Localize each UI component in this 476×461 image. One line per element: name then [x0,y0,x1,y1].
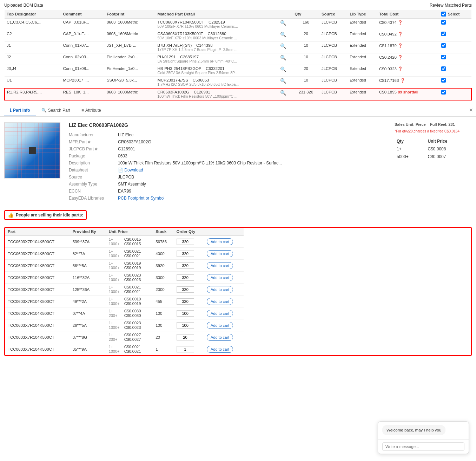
idle-stock: 3920 [153,260,173,272]
idle-add-to-cart[interactable]: Add to cart [204,236,244,248]
order-qty-input[interactable] [177,262,194,269]
idle-add-to-cart[interactable]: Add to cart [204,331,244,343]
add-to-cart-button[interactable]: Add to cart [207,298,233,305]
add-to-cart-button[interactable]: Add to cart [207,250,233,257]
tab-attribute[interactable]: ≡ Attribute [76,105,107,116]
col-source: Source [319,10,348,19]
row-checkbox[interactable] [441,90,446,95]
search-icon-cell[interactable]: 🔍 [278,88,293,100]
cell-qty: 160 [292,19,319,30]
order-qty-input[interactable] [177,239,194,245]
idle-provider: 37***8G [70,331,106,343]
idle-order-qty[interactable] [174,284,204,296]
add-to-cart-button[interactable]: Add to cart [207,238,233,245]
idle-order-qty[interactable] [174,331,204,343]
download-link[interactable]: 📄 Download [118,168,143,173]
idle-order-qty[interactable] [174,296,204,307]
cell-select[interactable] [439,88,471,100]
idle-part-name: TCC0603X7R104K500CT [5,343,70,355]
idle-provider: 125**36A [70,284,106,296]
order-qty-input[interactable] [177,346,194,352]
table-row: U1 MCP23017_... SSOP-28_5.3x... MCP23017… [5,77,471,89]
order-qty-input[interactable] [177,310,194,317]
search-icon-cell[interactable]: 🔍 [278,19,293,30]
cell-select[interactable] [439,42,471,53]
close-button[interactable]: ✕ [469,107,473,113]
row-checkbox[interactable] [441,66,446,71]
price-tier-val: C$0.0021 [124,249,141,253]
row-checkbox[interactable] [441,20,446,25]
search-icon-cell[interactable]: 🔍 [278,53,293,65]
idle-order-qty[interactable] [174,307,204,319]
idle-provider: 56***5A [70,260,106,272]
cell-lib-type: Extended [348,19,377,30]
row-checkbox[interactable] [441,43,446,48]
idle-stock: 100 [153,319,173,331]
order-qty-input[interactable] [177,322,194,329]
order-qty-input[interactable] [177,286,194,293]
idle-add-to-cart[interactable]: Add to cart [204,272,244,284]
cell-select[interactable] [439,77,471,89]
idle-order-qty[interactable] [174,236,204,248]
pcb-link[interactable]: PCB Footprint or Symbol [118,196,165,201]
price-tier-qty: 1000+ [109,349,122,353]
order-qty-input[interactable] [177,298,194,305]
idle-order-qty[interactable] [174,248,204,260]
price-tier-val: C$0.0030 [124,313,141,318]
cell-footprint: PinHeader_2x0... [105,53,156,65]
field-label: Source [69,174,118,181]
search-icon-cell[interactable]: 🔍 [278,42,293,53]
tab-part-info[interactable]: ℹ Part Info [4,105,36,116]
search-icon-cell[interactable]: 🔍 [278,65,293,77]
search-icon-cell[interactable]: 🔍 [278,30,293,42]
idle-order-qty[interactable] [174,343,204,355]
cell-source: JLCPCB [319,42,348,53]
idle-order-qty[interactable] [174,260,204,272]
price-tier-val: C$0.0027 [124,337,141,342]
order-qty-input[interactable] [177,334,194,340]
order-qty-input[interactable] [177,274,194,281]
price-tier-qty: 1000+ [109,266,122,270]
row-checkbox[interactable] [441,78,446,83]
add-to-cart-button[interactable]: Add to cart [207,322,233,329]
idle-col-price: Unit Price [106,228,153,236]
cell-select[interactable] [439,53,471,65]
cell-select[interactable] [439,19,471,30]
order-qty-input[interactable] [177,251,194,257]
tab-search-part[interactable]: 🔍 Search Part [36,105,76,116]
row-checkbox[interactable] [441,55,446,59]
idle-add-to-cart[interactable]: Add to cart [204,319,244,331]
idle-col-order-qty: Order Qty [174,228,204,236]
idle-add-to-cart[interactable]: Add to cart [204,260,244,272]
idle-add-to-cart[interactable]: Add to cart [204,343,244,355]
idle-add-to-cart[interactable]: Add to cart [204,307,244,319]
select-all-checkbox[interactable] [441,12,446,17]
idle-part-name: TCC0603X7R104K500CT [5,296,70,307]
field-value: CR0603FA1002G [118,138,386,145]
add-to-cart-button[interactable]: Add to cart [207,274,233,281]
idle-order-qty[interactable] [174,272,204,284]
part-field-row: Manufacturer LIZ Elec [69,131,386,138]
price-tier-val: C$0.0015 [124,237,141,241]
add-to-cart-button[interactable]: Add to cart [207,310,233,317]
idle-add-to-cart[interactable]: Add to cart [204,296,244,307]
price-tier-val: C$0.0023 [124,321,141,325]
add-to-cart-button[interactable]: Add to cart [207,286,233,293]
search-icon-cell[interactable]: 🔍 [278,77,293,89]
add-to-cart-button[interactable]: Add to cart [207,334,233,341]
cell-total-cost: C$0.9323 ❓ [377,65,439,77]
add-to-cart-button[interactable]: Add to cart [207,262,233,269]
add-to-cart-button[interactable]: Add to cart [207,346,233,353]
cell-select[interactable] [439,30,471,42]
field-value: C126901 [118,145,386,152]
price-tier-qty: 1+ [395,145,425,153]
row-checkbox[interactable] [441,32,446,36]
idle-order-qty[interactable] [174,319,204,331]
cell-select[interactable] [439,65,471,77]
cell-lib-type: Extended [348,77,377,89]
col-total-cost: Total Cost [377,10,439,19]
cell-lib-type: Extended [348,65,377,77]
idle-add-to-cart[interactable]: Add to cart [204,284,244,296]
idle-add-to-cart[interactable]: Add to cart [204,248,244,260]
price-tier-qty: 1+ [109,333,122,337]
